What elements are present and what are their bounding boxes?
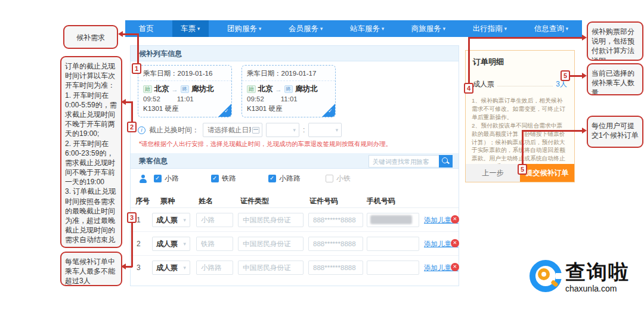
previous-step-button[interactable]: 上一步 <box>466 164 520 182</box>
chevron-down-icon <box>293 127 296 133</box>
passenger-row-1: 1 成人票 添加儿童票 <box>131 208 459 232</box>
connector-line <box>468 37 470 83</box>
ticket-type-value: 成人票 <box>156 263 178 273</box>
nav-item-travel-guide[interactable]: 出行指南 <box>465 20 516 37</box>
nav-item-info-query[interactable]: 信息查询 <box>526 20 577 37</box>
id-type-input[interactable] <box>238 213 304 227</box>
id-type-input[interactable] <box>238 261 304 275</box>
arrow-right-icon <box>582 73 587 79</box>
magnifier-lens <box>538 268 550 280</box>
nav-label: 团购服务 <box>227 24 257 34</box>
arrow-right-icon <box>172 86 178 93</box>
delete-passenger-icon[interactable] <box>451 239 459 247</box>
delete-passenger-icon[interactable] <box>451 263 459 271</box>
deadline-minute-select[interactable] <box>308 123 342 137</box>
deadline-label: 截止兑换时间： <box>149 125 199 135</box>
chevron-down-icon <box>443 26 446 32</box>
ticket-type-select[interactable]: 成人票 <box>152 237 190 251</box>
id-number-input[interactable] <box>308 237 363 251</box>
checkbox-unchecked-icon[interactable] <box>326 175 333 182</box>
train-card-2[interactable]: 乘车日期：2019-01-17 始 北京 终 廊坊北 09:5211:01 K1… <box>242 65 336 117</box>
train-seat: K1301 硬座 <box>242 103 335 115</box>
quick-passenger-4[interactable]: 小铁 <box>326 173 378 184</box>
connector-line <box>468 37 582 39</box>
nav-item-tickets[interactable]: 车票 <box>172 20 209 37</box>
connector-line <box>131 101 133 123</box>
calendar-icon[interactable] <box>252 127 259 134</box>
chevron-down-icon <box>566 26 569 32</box>
passenger-icon <box>139 175 147 183</box>
arrow-right-icon <box>582 35 587 41</box>
chevron-down-icon <box>183 265 186 271</box>
train-info-section-title: 候补列车信息 <box>131 46 459 61</box>
nav-label: 站车服务 <box>350 24 380 34</box>
quick-passenger-label: 小路路 <box>279 173 301 184</box>
chevron-down-icon <box>183 241 186 247</box>
checkbox-checked-icon[interactable] <box>268 175 276 182</box>
nav-label: 会员服务 <box>289 24 318 34</box>
connector-line <box>522 130 582 132</box>
ticket-type-select[interactable]: 成人票 <box>152 213 190 227</box>
quick-passenger-1[interactable]: 小路 <box>154 173 206 184</box>
chevron-down-icon <box>320 26 323 32</box>
deadline-hour-select[interactable] <box>266 123 299 137</box>
ticket-type-select[interactable]: 成人票 <box>152 261 190 275</box>
step-badge-3: 3 <box>127 212 137 223</box>
name-input[interactable] <box>196 237 233 251</box>
id-type-input[interactable] <box>238 237 304 251</box>
info-icon <box>138 126 145 134</box>
connector-line <box>126 266 132 268</box>
step-badge-5a: 5 <box>561 70 570 81</box>
checkbox-checked-icon[interactable] <box>154 175 162 182</box>
quick-passenger-label: 小路 <box>165 173 179 184</box>
nav-item-member-service[interactable]: 会员服务 <box>280 20 332 37</box>
watermark-logo: 查询啦 chaxunla.com <box>530 260 630 293</box>
name-input[interactable] <box>196 261 233 275</box>
phone-input[interactable] <box>367 237 419 251</box>
selected-check-icon <box>218 104 231 117</box>
quick-passenger-2[interactable]: 铁路 <box>211 173 264 184</box>
passenger-row-3: 3 成人票 添加儿童票 <box>131 256 459 280</box>
connector-line <box>522 130 524 164</box>
depart-time: 09:52 <box>247 95 264 103</box>
times: 09:5211:01 <box>138 94 231 103</box>
step-badge-5b: 5 <box>518 164 527 175</box>
checkbox-checked-icon[interactable] <box>211 175 219 182</box>
submit-waitlist-order-button[interactable]: 提交候补订单 <box>520 164 574 182</box>
col-ticket-type: 票种 <box>160 196 175 206</box>
col-id-no: 证件号码 <box>309 196 338 206</box>
phone-input[interactable] <box>367 261 419 275</box>
id-number-input[interactable] <box>308 213 363 227</box>
arrow-left-icon <box>118 31 123 37</box>
top-nav: 首页 车票 团购服务 会员服务 站车服务 商旅服务 出行指南 信息查询 <box>125 20 582 37</box>
ride-date-label: 乘车日期： <box>143 70 178 77</box>
step-badge-1: 1 <box>132 63 141 74</box>
search-button[interactable] <box>439 155 453 168</box>
chevron-down-icon <box>504 26 507 32</box>
order-ticket-line: 成人票 3人 <box>466 71 574 92</box>
connector-line <box>126 101 132 103</box>
destination-tag: 终 <box>284 85 293 93</box>
train-card-1[interactable]: 乘车日期：2019-01-16 始 北京 终 廊坊北 09:5211:01 K1… <box>138 65 232 117</box>
nav-item-business-service[interactable]: 商旅服务 <box>403 20 454 37</box>
id-number-input[interactable] <box>308 261 363 275</box>
arrow-left-icon <box>121 99 126 105</box>
destination-tag: 终 <box>181 85 190 93</box>
quick-passenger-label: 小铁 <box>336 173 351 184</box>
logo-text: 查询啦 chaxunla.com <box>565 260 630 293</box>
nav-item-group-service[interactable]: 团购服务 <box>219 20 270 37</box>
annotation-prepay-explanation: 候补购票部分说明，包括预付款计算方法说明 <box>587 21 643 61</box>
annotation-passenger-count: 当前已选择的候补乘车人数量 <box>587 63 643 95</box>
origin-station: 北京 <box>258 84 273 94</box>
chevron-down-icon <box>336 127 339 133</box>
chevron-down-icon <box>197 26 200 32</box>
passenger-search-input[interactable] <box>369 155 439 168</box>
nav-label: 商旅服务 <box>411 24 441 34</box>
nav-item-station-service[interactable]: 站车服务 <box>342 20 393 37</box>
delete-passenger-icon[interactable] <box>451 215 459 224</box>
name-input[interactable] <box>196 213 233 227</box>
ticket-type-value: 成人票 <box>156 239 178 249</box>
nav-label: 信息查询 <box>534 24 564 34</box>
quick-passenger-3[interactable]: 小路路 <box>268 173 321 184</box>
destination-station: 廊坊北 <box>191 84 214 94</box>
